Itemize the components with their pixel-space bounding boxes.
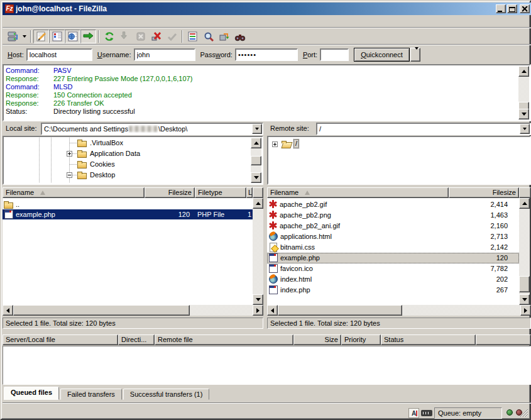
app-icon[interactable]: Fz bbox=[5, 4, 14, 13]
scroll-right-button[interactable] bbox=[520, 305, 531, 316]
column-header-filename[interactable]: Filename bbox=[267, 187, 449, 198]
column-header-size[interactable]: Size bbox=[293, 334, 341, 345]
refresh-button[interactable] bbox=[101, 30, 117, 43]
tree-expander[interactable] bbox=[67, 172, 72, 178]
username-input[interactable] bbox=[134, 48, 195, 61]
column-header-lastmodified[interactable]: L bbox=[246, 187, 253, 198]
local-site-dropdown[interactable] bbox=[252, 124, 262, 134]
disconnect-button[interactable] bbox=[148, 30, 164, 43]
speed-limit-indicator-icon[interactable] bbox=[421, 410, 432, 416]
quickconnect-button[interactable]: Quickconnect bbox=[354, 48, 410, 62]
menu-item[interactable] bbox=[5, 20, 15, 23]
column-header-direction[interactable]: Directi... bbox=[118, 334, 155, 345]
transfer-type-indicator-icon[interactable]: A bbox=[408, 408, 419, 418]
scroll-down-button[interactable] bbox=[251, 172, 261, 183]
remote-site-combo[interactable]: / bbox=[316, 123, 531, 135]
password-input[interactable] bbox=[235, 48, 298, 61]
minimize-button[interactable] bbox=[496, 4, 506, 13]
scroll-down-button[interactable] bbox=[253, 294, 263, 305]
toggle-local-tree-button[interactable] bbox=[49, 30, 65, 43]
scrollbar-thumb[interactable] bbox=[251, 156, 261, 165]
menu-item[interactable] bbox=[15, 20, 25, 23]
file-row[interactable]: apache_pb2.png 1,463 bbox=[267, 210, 519, 221]
tree-expander[interactable] bbox=[272, 141, 278, 147]
find-files-button[interactable] bbox=[232, 30, 248, 43]
scroll-up-button[interactable] bbox=[251, 138, 261, 148]
scroll-right-button[interactable] bbox=[253, 305, 263, 316]
column-header-server-local-file[interactable]: Server/Local file bbox=[3, 334, 118, 345]
scrollbar-thumb[interactable] bbox=[519, 276, 530, 292]
file-row[interactable]: apache_pb2_ani.gif 2,160 bbox=[267, 221, 519, 231]
tab-failed-transfers[interactable]: Failed transfers bbox=[60, 389, 122, 400]
cancel-operation-button[interactable] bbox=[133, 30, 148, 43]
site-manager-button[interactable] bbox=[4, 30, 20, 43]
file-row[interactable]: example.php 120 bbox=[267, 253, 519, 263]
file-row[interactable]: example.php 120 PHP File 1 bbox=[3, 209, 253, 219]
synchronized-browsing-button[interactable] bbox=[216, 30, 232, 43]
remote-list-hscrollbar[interactable] bbox=[267, 305, 531, 316]
tree-expander[interactable] bbox=[67, 151, 72, 157]
directory-listing-filters-button[interactable] bbox=[185, 30, 200, 43]
scroll-up-button[interactable] bbox=[253, 198, 263, 209]
scrollbar-thumb[interactable] bbox=[278, 305, 402, 316]
tree-item[interactable]: Application Data bbox=[4, 148, 251, 159]
column-header-filename[interactable]: Filename bbox=[3, 187, 145, 198]
local-tree-scrollbar[interactable] bbox=[251, 138, 261, 183]
local-site-combo[interactable]: C:\Documents and Settings\Desktop\ bbox=[41, 123, 263, 135]
file-row[interactable]: favicon.ico 7,782 bbox=[267, 263, 519, 274]
refresh-icon bbox=[104, 31, 115, 42]
scroll-left-button[interactable] bbox=[3, 305, 13, 316]
local-site-path: C:\Documents and Settings\Desktop\ bbox=[44, 125, 262, 133]
toggle-message-log-button[interactable] bbox=[33, 30, 49, 43]
tree-item[interactable]: Cookies bbox=[4, 159, 251, 170]
column-header-filesize[interactable]: Filesize bbox=[145, 187, 195, 198]
menu-item[interactable] bbox=[35, 20, 45, 23]
local-list-hscrollbar[interactable] bbox=[3, 305, 263, 316]
scroll-up-button[interactable] bbox=[518, 66, 529, 77]
directory-comparison-button[interactable] bbox=[200, 30, 216, 43]
titlebar[interactable]: Fz john@localhost - FileZilla bbox=[3, 3, 531, 15]
scrollbar-thumb[interactable] bbox=[13, 305, 190, 316]
column-header-status[interactable]: Status bbox=[381, 334, 476, 345]
menu-item[interactable] bbox=[55, 20, 65, 23]
menu-item[interactable] bbox=[65, 20, 75, 23]
menu-item[interactable] bbox=[45, 20, 55, 23]
column-header-priority[interactable]: Priority bbox=[341, 334, 381, 345]
host-input[interactable] bbox=[26, 48, 92, 61]
local-list-scrollbar[interactable] bbox=[253, 198, 263, 305]
file-row[interactable]: index.php 267 bbox=[267, 285, 519, 296]
file-row[interactable]: apache_pb2.gif 2,414 bbox=[267, 199, 519, 210]
scroll-down-button[interactable] bbox=[518, 109, 529, 119]
file-row[interactable]: index.html 202 bbox=[267, 274, 519, 285]
close-button[interactable] bbox=[520, 4, 530, 13]
column-header-filetype[interactable]: Filetype bbox=[195, 187, 246, 198]
reconnect-button[interactable] bbox=[164, 30, 180, 43]
site-manager-dropdown[interactable] bbox=[20, 30, 28, 43]
scroll-left-button[interactable] bbox=[267, 305, 278, 316]
scroll-up-button[interactable] bbox=[519, 198, 530, 209]
quickconnect-dropdown[interactable] bbox=[410, 48, 420, 62]
tree-item[interactable]: / bbox=[269, 139, 529, 150]
tab-queued-files[interactable]: Queued files bbox=[4, 387, 59, 400]
port-input[interactable] bbox=[320, 48, 349, 61]
file-name: apache_pb2.png bbox=[280, 211, 331, 219]
toggle-queue-button[interactable] bbox=[80, 30, 96, 43]
log-scrollbar[interactable] bbox=[518, 66, 529, 119]
file-row[interactable]: .. bbox=[3, 199, 253, 209]
maximize-button[interactable] bbox=[507, 4, 517, 13]
toggle-remote-tree-button[interactable] bbox=[65, 30, 80, 43]
remote-site-dropdown[interactable] bbox=[520, 124, 530, 134]
tab-successful-transfers[interactable]: Successful transfers (1) bbox=[123, 389, 210, 400]
resize-grip[interactable] bbox=[520, 409, 528, 417]
file-row[interactable]: applications.html 2,713 bbox=[267, 231, 519, 242]
column-header-filesize[interactable]: Filesize bbox=[449, 187, 519, 198]
queue-list[interactable] bbox=[3, 346, 531, 385]
file-row[interactable]: bitnami.css 2,142 bbox=[267, 242, 519, 253]
process-queue-button[interactable] bbox=[117, 30, 133, 43]
menu-item[interactable] bbox=[25, 20, 35, 23]
tree-item[interactable]: Desktop bbox=[4, 170, 251, 180]
column-header-remote-file[interactable]: Remote file bbox=[155, 334, 293, 345]
scroll-down-button[interactable] bbox=[519, 294, 530, 305]
tree-item[interactable]: .VirtualBox bbox=[4, 138, 251, 148]
remote-list-scrollbar[interactable] bbox=[519, 198, 530, 305]
